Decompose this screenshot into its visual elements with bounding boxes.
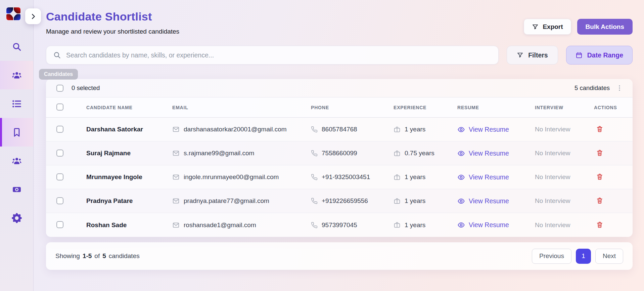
- list-icon: [12, 99, 22, 109]
- candidate-phone: 8605784768: [322, 126, 357, 133]
- table-toolbar: 0 selected 5 candidates: [46, 79, 633, 97]
- table-row: Pradnya Patare pradnya.patare77@gmail.co…: [46, 189, 633, 213]
- eye-icon: [457, 197, 465, 205]
- table-menu-button[interactable]: [615, 83, 624, 93]
- mail-icon: [172, 126, 180, 133]
- mail-icon: [172, 221, 180, 229]
- eye-icon: [457, 173, 465, 181]
- candidate-email: s.rajmane99@gmail.com: [184, 150, 254, 157]
- briefcase-icon: [394, 221, 401, 228]
- sidebar-expand-button[interactable]: [25, 8, 41, 24]
- interview-status: No Interview: [535, 150, 594, 157]
- page-title: Candidate Shortlist: [46, 10, 179, 23]
- briefcase-icon: [394, 198, 401, 205]
- candidate-experience: 0.75 years: [405, 150, 434, 157]
- trash-icon: [596, 221, 603, 228]
- export-button[interactable]: Export: [524, 19, 571, 35]
- delete-candidate-button[interactable]: [595, 149, 604, 157]
- gear-icon: [12, 213, 22, 223]
- candidate-email: darshanasatorkar20001@gmail.com: [184, 126, 287, 133]
- column-header: PHONE: [311, 105, 394, 110]
- search-row: Filters Date Range: [46, 46, 633, 65]
- delete-candidate-button[interactable]: [595, 172, 604, 181]
- candidate-experience: 1 years: [405, 221, 425, 229]
- date-range-button[interactable]: Date Range: [566, 46, 633, 65]
- bookmark-icon: [12, 127, 22, 137]
- next-page-button[interactable]: Next: [595, 249, 623, 264]
- view-resume-link[interactable]: View Resume: [457, 197, 509, 205]
- row-checkbox[interactable]: [56, 126, 63, 133]
- delete-candidate-button[interactable]: [595, 220, 604, 229]
- current-page-button[interactable]: 1: [576, 249, 591, 264]
- candidate-name: Suraj Rajmane: [86, 150, 172, 157]
- pinwheel-logo-icon: [6, 7, 21, 21]
- interview-status: No Interview: [535, 221, 594, 229]
- phone-icon: [311, 174, 318, 180]
- column-header: CANDIDATE NAME: [86, 105, 172, 110]
- interview-status: No Interview: [535, 197, 594, 205]
- row-checkbox[interactable]: [56, 221, 63, 228]
- row-checkbox[interactable]: [56, 173, 63, 180]
- sidebar: [0, 0, 34, 291]
- candidate-email: pradnya.patare77@gmail.com: [184, 197, 269, 205]
- search-icon: [53, 51, 61, 59]
- sidebar-item-search[interactable]: [0, 32, 33, 61]
- trash-icon: [596, 149, 603, 157]
- showing-total: 5: [102, 252, 106, 260]
- candidate-email: ingole.mrunmayee00@gmail.com: [184, 173, 279, 181]
- column-header: INTERVIEW: [535, 105, 594, 110]
- delete-candidate-button[interactable]: [595, 125, 604, 133]
- delete-candidate-button[interactable]: [595, 196, 604, 205]
- trash-icon: [596, 125, 603, 133]
- page-subtitle: Manage and review your shortlisted candi…: [46, 28, 179, 35]
- candidate-experience: 1 years: [405, 173, 425, 181]
- row-checkbox[interactable]: [56, 150, 63, 157]
- sidebar-item-team[interactable]: [0, 147, 33, 175]
- sidebar-item-candidates[interactable]: [0, 61, 33, 89]
- selected-count-label: 0 selected: [72, 84, 100, 92]
- interview-status: No Interview: [535, 173, 594, 181]
- briefcase-icon: [394, 150, 401, 157]
- pager: Previous 1 Next: [532, 249, 623, 264]
- app-logo[interactable]: [6, 7, 21, 21]
- previous-page-button[interactable]: Previous: [532, 249, 571, 264]
- candidate-experience: 1 years: [405, 126, 425, 133]
- column-header: EXPERIENCE: [394, 105, 457, 110]
- view-resume-link[interactable]: View Resume: [457, 221, 509, 229]
- sidebar-nav: [0, 32, 33, 232]
- filters-button[interactable]: Filters: [507, 46, 558, 65]
- main-content: Candidate Shortlist Manage and review yo…: [34, 0, 644, 291]
- candidate-experience: 1 years: [405, 197, 425, 205]
- eye-icon: [457, 221, 465, 229]
- select-all-checkbox[interactable]: [56, 85, 63, 92]
- bulk-actions-button[interactable]: Bulk Actions: [577, 19, 633, 35]
- table-header-row: CANDIDATE NAME EMAIL PHONE EXPERIENCE RE…: [46, 97, 633, 118]
- search-icon: [12, 42, 22, 52]
- table-row: Roshan Sade roshansade1@gmail.com 957399…: [46, 213, 633, 237]
- phone-icon: [311, 150, 318, 157]
- mail-icon: [172, 173, 180, 181]
- header-checkbox[interactable]: [56, 103, 63, 111]
- sidebar-item-payments[interactable]: [0, 175, 33, 204]
- funnel-icon: [517, 52, 523, 58]
- row-checkbox[interactable]: [56, 197, 63, 204]
- trash-icon: [596, 197, 603, 204]
- sidebar-item-settings[interactable]: [0, 204, 33, 232]
- phone-icon: [311, 198, 318, 204]
- table-row: Suraj Rajmane s.rajmane99@gmail.com 7558…: [46, 141, 633, 165]
- briefcase-icon: [394, 174, 401, 181]
- column-header: RESUME: [457, 105, 535, 110]
- view-resume-link[interactable]: View Resume: [457, 173, 509, 181]
- candidate-name: Darshana Satorkar: [86, 126, 172, 133]
- search-input[interactable]: [66, 51, 492, 59]
- sidebar-item-shortlist[interactable]: [0, 118, 33, 147]
- sidebar-item-list[interactable]: [0, 89, 33, 118]
- showing-summary: Showing 1-5 of 5 candidates: [55, 252, 140, 260]
- view-resume-link[interactable]: View Resume: [457, 150, 509, 157]
- phone-icon: [311, 126, 318, 133]
- banknote-icon: [12, 184, 22, 195]
- trash-icon: [596, 173, 603, 180]
- candidate-phone: +919226659556: [322, 197, 368, 205]
- view-resume-link[interactable]: View Resume: [457, 126, 509, 133]
- showing-range: 1-5: [83, 252, 92, 260]
